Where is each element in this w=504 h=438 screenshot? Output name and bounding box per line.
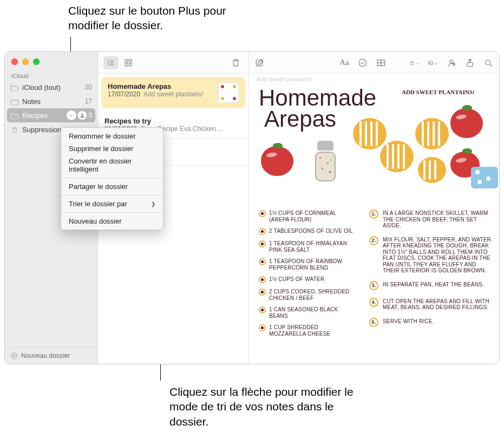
note-body[interactable]: Add sweet plantains! HomemadeArepas ADD …: [249, 74, 499, 364]
menu-sort-folder-by[interactable]: Trier le dossier par❯: [61, 198, 163, 210]
checklist-button[interactable]: [357, 57, 368, 68]
svg-point-0: [82, 114, 83, 115]
onion-icon: [380, 141, 414, 172]
folder-icloud-all[interactable]: iCloud (tout) 20: [5, 80, 97, 94]
callout-bottom: Cliquez sur la flèche pour modifier le m…: [169, 384, 354, 429]
folder-count: 20: [85, 83, 92, 91]
menu-separator: [61, 178, 163, 178]
plus-circle-icon: [10, 352, 18, 359]
svg-point-2: [108, 60, 109, 61]
onion-icon: [415, 118, 449, 149]
svg-point-4: [108, 64, 109, 66]
svg-rect-8: [129, 63, 132, 66]
steps-list: 1.In a large nonstick skillet, warm the …: [369, 210, 493, 335]
format-button[interactable]: Aa: [339, 57, 350, 68]
folder-count: 17: [85, 97, 92, 105]
tomato-icon: [261, 146, 293, 176]
svg-point-18: [486, 60, 490, 64]
menu-convert-smart-folder[interactable]: Convertir en dossier intelligent: [61, 155, 163, 175]
search-button[interactable]: [483, 57, 494, 68]
folder-more-button[interactable]: ⋯: [67, 110, 76, 120]
tomato-icon: [450, 108, 483, 138]
menu-separator: [61, 195, 163, 195]
new-folder-button[interactable]: Nouveau dossier: [5, 347, 97, 364]
note-title: Homemade Arepas: [108, 82, 214, 90]
folder-notes[interactable]: Notes 17: [5, 94, 97, 108]
callout-top: Cliquez sur le bouton Plus pour modifier…: [68, 3, 231, 33]
folder-label: Recipes: [22, 112, 48, 120]
window-controls: [5, 52, 97, 69]
svg-point-3: [108, 62, 109, 63]
folder-count: 3: [88, 112, 92, 119]
delete-note-button[interactable]: [228, 56, 243, 69]
svg-rect-12: [411, 62, 414, 64]
folder-label: Suppressions: [22, 126, 65, 134]
svg-point-15: [450, 60, 453, 63]
folder-label: Notes: [22, 97, 41, 106]
minimize-window-button[interactable]: [22, 58, 29, 65]
content-toolbar: Aa ⌄ ⌄: [249, 52, 499, 74]
note-title: Recipes to try: [104, 117, 242, 125]
fullscreen-window-button[interactable]: [33, 58, 40, 65]
folder-context-menu: Renommer le dossier Supprimer le dossier…: [61, 127, 163, 230]
note-thumbnail: [218, 82, 239, 103]
collaborate-button[interactable]: [446, 57, 457, 68]
share-button[interactable]: [464, 57, 475, 68]
menu-rename-folder[interactable]: Renommer le dossier: [61, 130, 163, 142]
lock-button[interactable]: ⌄: [409, 57, 420, 68]
new-folder-label: Nouveau dossier: [21, 352, 70, 359]
table-button[interactable]: [376, 57, 387, 68]
note-item-homemade-arepas[interactable]: Homemade Arepas 17/07/2020 Add sweet pla…: [101, 77, 245, 108]
ingredients-list: 1½ cups of cornmeal (arepa flour) 2 tabl…: [259, 210, 356, 342]
svg-rect-5: [125, 60, 128, 62]
svg-rect-6: [129, 60, 132, 62]
svg-point-10: [359, 59, 366, 67]
sidebar-section-label: iCloud: [5, 69, 97, 80]
close-window-button[interactable]: [11, 58, 18, 65]
compose-button[interactable]: [254, 57, 265, 68]
media-button[interactable]: ⌄: [428, 57, 438, 68]
chevron-right-icon: ❯: [151, 201, 155, 207]
note-content-pane: Aa ⌄ ⌄ Add sweet plantains! HomemadeArep…: [249, 52, 499, 364]
onion-icon: [418, 157, 446, 183]
menu-delete-folder[interactable]: Supprimer le dossier: [61, 142, 163, 155]
menu-share-folder[interactable]: Partager le dossier: [61, 180, 163, 193]
list-view-button[interactable]: [103, 56, 119, 69]
grid-view-button[interactable]: [121, 56, 136, 69]
folder-recipes[interactable]: Recipes ⋯ 3: [7, 108, 95, 122]
note-snippet: Add sweet plantains!: [143, 90, 204, 98]
cheese-icon: [471, 157, 498, 188]
folder-label: iCloud (tout): [22, 83, 61, 91]
recipe-annotation: ADD SWEET PLANTAINS!: [402, 89, 475, 95]
menu-separator: [61, 212, 163, 213]
note-date: 17/07/2020: [108, 90, 140, 98]
note-sketch: HomemadeArepas ADD SWEET PLANTAINS!: [256, 76, 493, 358]
svg-rect-7: [125, 63, 128, 66]
shared-folder-icon: [78, 111, 87, 120]
menu-new-folder[interactable]: Nouveau dossier: [61, 215, 163, 227]
shaker-icon: [315, 141, 336, 183]
list-toolbar: [98, 52, 248, 74]
